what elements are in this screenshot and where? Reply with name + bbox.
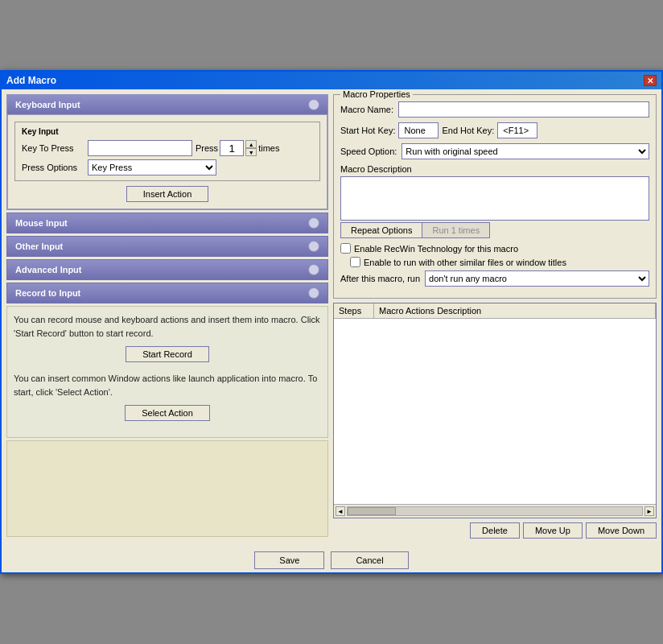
insert-action-button[interactable]: Insert Action	[126, 186, 209, 202]
press-options-label: Press Options	[22, 163, 84, 172]
mouse-input-header[interactable]: Mouse Input	[6, 213, 328, 233]
spinner-up-button[interactable]: ▲	[245, 140, 257, 148]
left-panel: Keyboard Input Key Input Key To Press Pr…	[6, 94, 328, 542]
move-down-button[interactable]: Move Down	[586, 522, 657, 539]
checkbox2-label: Enable to run with other similar files o…	[364, 258, 566, 267]
macro-name-label: Macro Name:	[340, 105, 393, 114]
press-count: Press ▲ ▼ times	[196, 140, 279, 156]
save-button[interactable]: Save	[254, 551, 324, 569]
record-section-body: You can record mouse and keyboard action…	[6, 306, 328, 438]
bottom-beige-area	[6, 440, 328, 537]
main-content: Keyboard Input Key Input Key To Press Pr…	[2, 89, 661, 547]
end-hotkey-value[interactable]: <F11>	[497, 122, 537, 138]
key-input-group: Key Input Key To Press Press ▲ ▼	[14, 122, 320, 181]
bottom-buttons-row: Save Cancel	[2, 547, 661, 572]
keyboard-header[interactable]: Keyboard Input	[7, 95, 327, 114]
other-toggle-circle	[308, 241, 319, 252]
repeat-options-bar: Repeat Options Run 1 times	[340, 222, 649, 238]
steps-table-header: Steps Macro Actions Description	[334, 303, 656, 319]
checkbox1[interactable]	[340, 243, 351, 254]
h-scrollbar-thumb[interactable]	[348, 507, 396, 515]
checkbox2[interactable]	[350, 257, 360, 267]
other-input-header[interactable]: Other Input	[6, 236, 328, 257]
keyboard-body: Key Input Key To Press Press ▲ ▼	[7, 114, 327, 209]
macro-properties-group: Macro Properties Macro Name: Start Hot K…	[333, 94, 657, 299]
press-count-input[interactable]	[220, 140, 244, 156]
macro-name-input[interactable]	[398, 101, 649, 118]
start-hotkey-label: Start Hot Key:	[340, 126, 395, 135]
close-button[interactable]: ✕	[644, 75, 657, 86]
macro-desc-label: Macro Description	[340, 164, 649, 174]
speed-option-select[interactable]: Run with original speed Run as fast as p…	[402, 143, 649, 159]
press-options-row: Press Options Key Press Key Down Key Up	[22, 159, 313, 175]
times-label: times	[258, 143, 279, 153]
title-bar-buttons: ✕	[644, 75, 657, 86]
keyboard-section: Keyboard Input Key Input Key To Press Pr…	[6, 94, 328, 210]
repeat-options-tab[interactable]: Repeat Options	[340, 222, 422, 238]
steps-table: Steps Macro Actions Description ◄ ►	[333, 303, 657, 518]
end-hotkey-label: End Hot Key:	[442, 126, 494, 135]
keyboard-toggle-circle	[308, 99, 319, 110]
macro-properties-label: Macro Properties	[340, 89, 413, 99]
cancel-button[interactable]: Cancel	[331, 551, 408, 569]
start-hotkey-value[interactable]: None	[398, 122, 439, 138]
move-up-button[interactable]: Move Up	[523, 522, 583, 539]
checkbox1-label: Enable RecWin Technology for this macro	[354, 244, 518, 254]
speed-option-row: Speed Option: Run with original speed Ru…	[340, 143, 649, 159]
record-to-input-label: Record to Input	[15, 288, 80, 298]
key-to-press-row: Key To Press Press ▲ ▼ times	[22, 140, 313, 156]
action-buttons-row: Delete Move Up Move Down	[333, 522, 657, 539]
record-text2: You can insert common Window actions lik…	[14, 372, 321, 398]
advanced-input-label: Advanced Input	[15, 265, 82, 275]
macro-name-row: Macro Name:	[340, 101, 649, 118]
run-1-times-tab: Run 1 times	[422, 222, 490, 238]
key-to-press-label: Key To Press	[22, 143, 84, 153]
scroll-right-arrow[interactable]: ►	[644, 506, 654, 516]
right-panel: Macro Properties Macro Name: Start Hot K…	[333, 94, 657, 542]
key-to-press-input[interactable]	[88, 140, 192, 156]
press-options-select[interactable]: Key Press Key Down Key Up	[88, 159, 216, 175]
steps-col-header: Steps	[334, 303, 374, 318]
checkbox2-row: Enable to run with other similar files o…	[340, 257, 649, 267]
window-title: Add Macro	[6, 75, 56, 86]
mouse-toggle-circle	[308, 217, 319, 229]
after-macro-label: After this macro, run	[340, 274, 420, 283]
add-macro-window: Add Macro ✕ Keyboard Input Key Input	[0, 70, 663, 574]
advanced-toggle-circle	[308, 264, 319, 275]
steps-desc-col-header: Macro Actions Description	[374, 303, 656, 318]
after-macro-row: After this macro, run don't run any macr…	[340, 270, 649, 287]
keyboard-header-label: Keyboard Input	[15, 100, 80, 109]
select-action-button[interactable]: Select Action	[125, 405, 210, 421]
delete-button[interactable]: Delete	[470, 522, 520, 539]
mouse-input-label: Mouse Input	[15, 218, 68, 228]
speed-option-label: Speed Option:	[340, 147, 397, 156]
advanced-input-header[interactable]: Advanced Input	[6, 259, 328, 280]
spinner-down-button[interactable]: ▼	[245, 148, 257, 156]
press-label: Press	[196, 143, 218, 153]
record-text1: You can record mouse and keyboard action…	[14, 313, 321, 340]
press-count-spinner: ▲ ▼	[245, 140, 257, 156]
record-to-input-header[interactable]: Record to Input	[6, 283, 328, 303]
start-record-button[interactable]: Start Record	[126, 346, 209, 362]
record-toggle-circle	[308, 287, 319, 299]
macro-desc-textarea[interactable]	[340, 176, 649, 221]
h-scrollbar-track[interactable]	[347, 506, 643, 516]
steps-table-body[interactable]	[334, 319, 656, 504]
after-macro-select[interactable]: don't run any macro	[425, 270, 649, 287]
checkbox1-row: Enable RecWin Technology for this macro	[340, 243, 649, 254]
key-input-group-label: Key Input	[22, 127, 313, 136]
h-scrollbar-row: ◄ ►	[334, 504, 656, 518]
hotkey-row: Start Hot Key: None End Hot Key: <F11>	[340, 122, 649, 138]
title-bar: Add Macro ✕	[2, 72, 661, 89]
other-input-label: Other Input	[15, 242, 63, 251]
scroll-left-arrow[interactable]: ◄	[336, 506, 345, 516]
